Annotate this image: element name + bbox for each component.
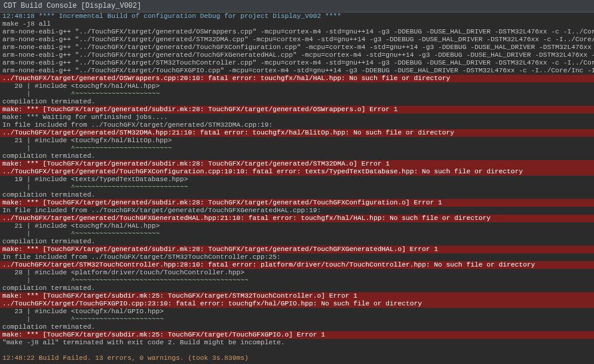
console-line: ../TouchGFX/target/generated/STM32DMA.hp…	[0, 129, 594, 137]
console-line: make: *** Waiting for unfinished jobs...…	[0, 114, 594, 121]
console-view-title: CDT Build Console [Display_V002]	[0, 0, 594, 13]
console-line: | ^~~~~~~~~~~~~~~~~~~~~~~	[0, 316, 594, 323]
console-line: make: *** [TouchGFX/target/generated/sub…	[0, 106, 594, 114]
console-line: arm-none-eabi-g++ "../TouchGFX/target/ST…	[0, 59, 594, 67]
console-line: ../TouchGFX/target/generated/TouchGFXGen…	[0, 215, 594, 222]
console-line: | ^~~~~~~~~~~~~~~~~~~~~~~~~~~~~	[0, 183, 594, 191]
console-line: compilation terminated.	[0, 323, 594, 331]
console-line: In file included from ../TouchGFX/target…	[0, 207, 594, 215]
console-line: compilation terminated.	[0, 285, 594, 292]
console-line	[0, 347, 594, 354]
console-line: 20 | #include <touchgfx/hal/HAL.hpp>	[0, 82, 594, 90]
console-line: ../TouchGFX/target/generated/OSWrappers.…	[0, 75, 594, 82]
console-line: compilation terminated.	[0, 98, 594, 106]
console-line: 28 | #include <platform/driver/touch/Tou…	[0, 269, 594, 277]
console-line: | ^~~~~~~~~~~~~~~~~~~~~~~~~~~~~~~~~~~~~~…	[0, 277, 594, 285]
console-line: 23 | #include <touchgfx/hal/GPIO.hpp>	[0, 308, 594, 316]
console-line: arm-none-eabi-g++ "../TouchGFX/target/To…	[0, 67, 594, 75]
console-line: In file included from ../TouchGFX/target…	[0, 253, 594, 261]
console-line: make: *** [TouchGFX/target/generated/sub…	[0, 199, 594, 207]
console-line: 21 | #include <touchgfx/hal/HAL.hpp>	[0, 222, 594, 230]
console-line: ../TouchGFX/target/STM32TouchController.…	[0, 261, 594, 269]
build-console-output[interactable]: 12:48:18 **** Incremental Build of confi…	[0, 13, 594, 362]
console-line: arm-none-eabi-g++ "../TouchGFX/target/ge…	[0, 28, 594, 36]
console-line: 12:48:22 Build Failed. 13 errors, 0 warn…	[0, 354, 594, 362]
console-line: arm-none-eabi-g++ "../TouchGFX/target/ge…	[0, 44, 594, 51]
console-line: make: *** [TouchGFX/target/generated/sub…	[0, 246, 594, 253]
console-line: make: *** [TouchGFX/target/subdir.mk:25:…	[0, 331, 594, 339]
console-line: make: *** [TouchGFX/target/subdir.mk:25:…	[0, 292, 594, 300]
console-line: | ^~~~~~~~~~~~~~~~~~~~~~	[0, 90, 594, 98]
console-line: compilation terminated.	[0, 191, 594, 199]
console-line: "make -j8 all" terminated with exit code…	[0, 339, 594, 347]
console-line: arm-none-eabi-g++ "../TouchGFX/target/ge…	[0, 51, 594, 59]
console-line: ../TouchGFX/target/generated/TouchGFXCon…	[0, 168, 594, 176]
console-line: ../TouchGFX/target/TouchGFXGPIO.cpp:23:1…	[0, 300, 594, 308]
console-title-text: CDT Build Console [Display_V002]	[4, 2, 141, 10]
console-line: make -j8 all	[0, 20, 594, 28]
console-line: compilation terminated.	[0, 238, 594, 246]
console-line: 21 | #include <touchgfx/hal/BlitOp.hpp>	[0, 137, 594, 145]
console-line: | ^~~~~~~~~~~~~~~~~~~~~~~~~	[0, 145, 594, 152]
console-line: In file included from ../TouchGFX/target…	[0, 121, 594, 129]
console-line: 12:48:18 **** Incremental Build of confi…	[0, 13, 594, 20]
console-line: | ^~~~~~~~~~~~~~~~~~~~~~	[0, 230, 594, 238]
console-line: make: *** [TouchGFX/target/generated/sub…	[0, 160, 594, 168]
console-line: 19 | #include <texts/TypedTextDatabase.h…	[0, 176, 594, 183]
console-line: arm-none-eabi-g++ "../TouchGFX/target/ge…	[0, 36, 594, 44]
console-line: compilation terminated.	[0, 152, 594, 160]
